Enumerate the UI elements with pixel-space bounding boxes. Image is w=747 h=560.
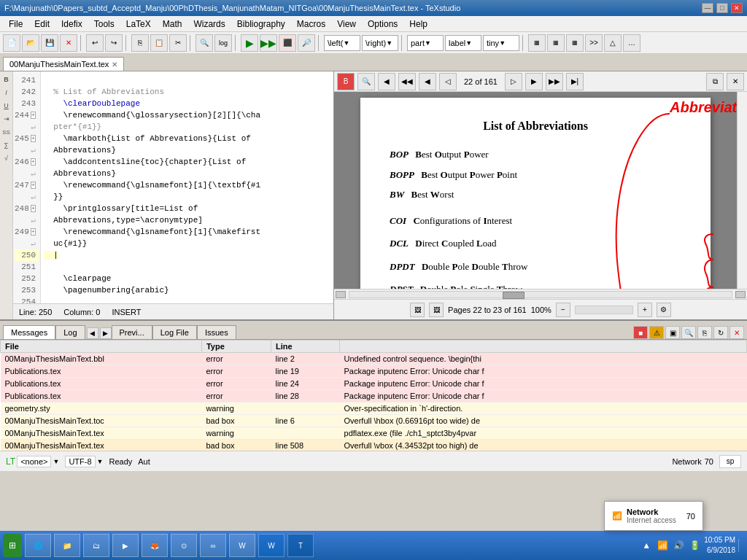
pdf-restore-btn[interactable]: ⧉ bbox=[706, 73, 724, 90]
editor-scroll[interactable]: 241 242 243 244 + ↵ 245 + ↵ 246 + ↵ bbox=[13, 71, 333, 303]
filter-btn[interactable]: ▣ bbox=[665, 326, 680, 339]
close-button[interactable]: ✕ bbox=[731, 3, 743, 13]
menu-help[interactable]: Help bbox=[403, 18, 433, 31]
search-msg-btn[interactable]: 🔍 bbox=[681, 326, 696, 339]
show-desktop-btn[interactable] bbox=[738, 539, 744, 552]
tab-close-button[interactable]: ✕ bbox=[112, 61, 117, 69]
taskbar-texstudio[interactable]: T bbox=[287, 534, 314, 557]
new-button[interactable]: 📄 bbox=[3, 34, 20, 52]
redo-button[interactable]: ↪ bbox=[105, 34, 123, 52]
taskbar-arduino[interactable]: ∞ bbox=[200, 534, 226, 557]
tray-battery[interactable]: 🔋 bbox=[688, 539, 701, 552]
pdf-settings-btn[interactable]: ⚙ bbox=[657, 303, 671, 317]
compile-button[interactable]: ▶ bbox=[241, 34, 258, 52]
tray-network[interactable]: 📶 bbox=[656, 539, 669, 552]
menu-edit[interactable]: Edit bbox=[28, 18, 55, 31]
fold-249[interactable]: + bbox=[31, 228, 36, 236]
fold-246[interactable]: + bbox=[31, 158, 36, 166]
copy-button[interactable]: ⎘ bbox=[131, 34, 149, 52]
sqrt-icon[interactable]: √ bbox=[1, 153, 12, 163]
network-area[interactable]: Network 70 bbox=[672, 457, 713, 466]
next-error-btn[interactable]: ▶ bbox=[100, 327, 112, 339]
part-dropdown[interactable]: part ▼ bbox=[407, 35, 444, 51]
tiny-dropdown[interactable]: tiny ▼ bbox=[483, 35, 519, 51]
view-pdf-button[interactable]: 🔎 bbox=[298, 34, 315, 52]
more-btn[interactable]: … bbox=[623, 34, 640, 52]
pdf-scrollbar-bottom[interactable] bbox=[334, 289, 747, 299]
paste-button[interactable]: 📋 bbox=[150, 34, 168, 52]
pdf-next2-btn[interactable]: ▶ bbox=[525, 73, 543, 90]
maximize-button[interactable]: □ bbox=[716, 3, 728, 13]
grid-btn-1[interactable]: ▦ bbox=[528, 34, 546, 52]
refresh-btn[interactable]: ↻ bbox=[713, 326, 728, 339]
taskbar-ie[interactable]: 🌐 bbox=[25, 534, 51, 557]
fold-244[interactable]: + bbox=[31, 112, 36, 119]
pdf-scrollbar-right[interactable] bbox=[737, 92, 747, 289]
pdf-prev2-btn[interactable]: ◁ bbox=[439, 73, 457, 90]
table-row[interactable]: Publications.tex error line 19 Package i… bbox=[1, 365, 747, 378]
taskbar-folder[interactable]: 🗂 bbox=[83, 534, 109, 557]
scroll-right-btn[interactable] bbox=[735, 291, 746, 298]
encoding-dropdown[interactable]: UTF-8 bbox=[65, 456, 95, 467]
menu-latex[interactable]: LaTeX bbox=[120, 18, 157, 31]
scroll-left-btn[interactable] bbox=[336, 291, 346, 298]
menu-idefix[interactable]: Idefix bbox=[55, 18, 88, 31]
math-icon[interactable]: ∑ bbox=[1, 140, 12, 150]
triangle-btn[interactable]: △ bbox=[604, 34, 622, 52]
underline-icon[interactable]: U bbox=[1, 101, 12, 111]
pdf-search-btn[interactable]: 🔍 bbox=[357, 73, 375, 90]
scroll-track[interactable] bbox=[349, 291, 732, 298]
prev-error-btn[interactable]: ◀ bbox=[87, 327, 98, 339]
tray-up-arrow[interactable]: ▲ bbox=[640, 539, 653, 552]
spellcheck-icon[interactable]: sp bbox=[719, 455, 741, 468]
zoom-out-btn[interactable]: − bbox=[556, 303, 570, 317]
editor-area[interactable]: 241 242 243 244 + ↵ 245 + ↵ 246 + ↵ bbox=[13, 71, 334, 319]
expand-btn[interactable]: >> bbox=[585, 34, 603, 52]
copy-msg-btn[interactable]: ⎘ bbox=[697, 326, 712, 339]
close-doc-button[interactable]: ✕ bbox=[60, 34, 77, 52]
messages-tab[interactable]: Messages bbox=[3, 325, 55, 339]
preview-tab[interactable]: Previ... bbox=[112, 325, 152, 339]
run-button[interactable]: ▶▶ bbox=[260, 34, 277, 52]
taskbar-word-like[interactable]: W bbox=[229, 534, 255, 557]
warning-btn[interactable]: ⚠ bbox=[649, 326, 664, 339]
page-thumb-btn[interactable]: 🖼 bbox=[410, 303, 425, 317]
page-thumb-btn-2[interactable]: 🖼 bbox=[429, 303, 444, 317]
grammar-dropdown[interactable]: <none> bbox=[17, 456, 51, 467]
pdf-last-btn[interactable]: ▶▶ bbox=[546, 73, 563, 90]
editor-text[interactable]: % List of Abbreviations \clearDoublepage… bbox=[41, 71, 333, 303]
zoom-slider[interactable] bbox=[575, 306, 633, 314]
menu-file[interactable]: File bbox=[3, 18, 28, 31]
taskbar-chrome[interactable]: ⊙ bbox=[171, 534, 197, 557]
pdf-close-btn[interactable]: ✕ bbox=[727, 73, 744, 90]
taskbar-explorer[interactable]: 📁 bbox=[54, 534, 80, 557]
left-bracket-dropdown[interactable]: \left( ▼ bbox=[324, 35, 360, 51]
pdf-last2-btn[interactable]: ▶| bbox=[566, 73, 584, 90]
editor-tab[interactable]: 00ManjuThesisMainText.tex ✕ bbox=[3, 57, 124, 71]
menu-wizards[interactable]: Wizards bbox=[187, 18, 231, 31]
zoom-in-btn[interactable]: + bbox=[638, 303, 652, 317]
bold-icon[interactable]: B bbox=[1, 74, 12, 85]
cut-button[interactable]: ✂ bbox=[169, 34, 187, 52]
taskbar-firefox[interactable]: 🦊 bbox=[142, 534, 168, 557]
logfile-tab[interactable]: Log File bbox=[152, 325, 197, 339]
undo-button[interactable]: ↩ bbox=[86, 34, 104, 52]
menu-macros[interactable]: Macros bbox=[291, 18, 331, 31]
stop-button[interactable]: ⬛ bbox=[279, 34, 296, 52]
table-row[interactable]: 00ManjuThesisMainText.tex bad box line 5… bbox=[1, 440, 747, 451]
scroll-thumb[interactable] bbox=[503, 292, 525, 299]
grid-btn-2[interactable]: ▦ bbox=[547, 34, 565, 52]
italic-icon[interactable]: I bbox=[1, 88, 12, 98]
indent-icon[interactable]: ⇥ bbox=[1, 114, 12, 124]
fold-248[interactable]: + bbox=[31, 205, 36, 212]
save-button[interactable]: 💾 bbox=[41, 34, 58, 52]
fold-247[interactable]: + bbox=[31, 182, 36, 189]
pdf-nav-btn[interactable]: ◀ bbox=[378, 73, 395, 90]
pdf-next-btn[interactable]: ▷ bbox=[505, 73, 522, 90]
table-row[interactable]: geometry.sty warning Over-specification … bbox=[1, 402, 747, 415]
stop-compile-btn[interactable]: ■ bbox=[633, 326, 648, 339]
menu-view[interactable]: View bbox=[331, 18, 362, 31]
table-row[interactable]: 00ManjuThesisMainText.bbl error line 2 U… bbox=[1, 353, 747, 365]
minimize-button[interactable]: — bbox=[702, 3, 713, 13]
start-button[interactable]: ⊞ bbox=[3, 534, 22, 557]
